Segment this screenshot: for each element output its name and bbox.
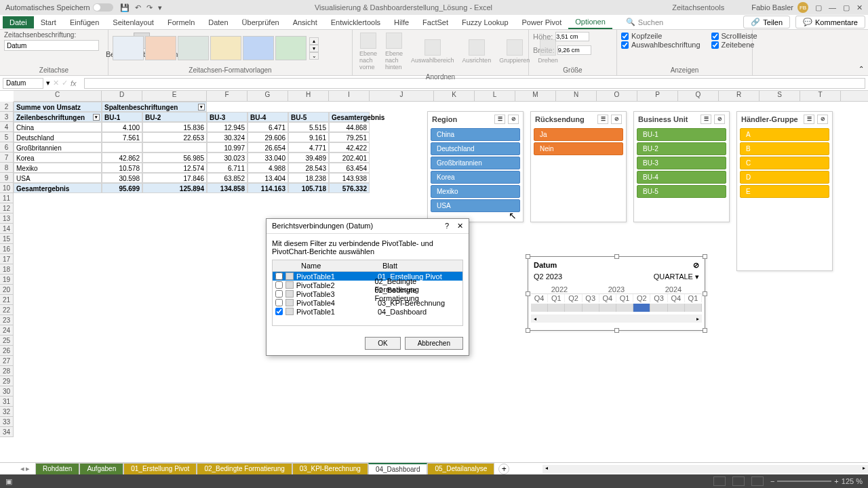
timeline-quarter[interactable]: Q4 [599,294,616,302]
pivot-connections-list[interactable]: NameBlatt PivotTable101_Erstellung Pivot… [272,260,463,326]
pivot-cell[interactable]: 29.606 [248,132,288,142]
pivot-cell[interactable]: 6.471 [248,122,288,132]
row-header[interactable]: 4 [0,122,14,132]
worksheet-grid[interactable]: CDEFGHIJKLMNOPQRST 234567891011121314151… [0,91,868,445]
row-checkbox[interactable] [275,272,283,280]
row-header[interactable]: 32 [0,407,14,417]
pivot-cell[interactable]: BU-4 [248,112,288,122]
header-checkbox[interactable] [621,33,629,40]
pivot-cell[interactable]: 22.653 [142,132,207,142]
pivot-cell[interactable]: Gesamtergebnis [329,112,370,122]
sheet-tab[interactable]: 05_Detailanalyse [427,463,494,474]
clear-filter-icon[interactable]: ⊘ [508,115,519,124]
pivot-cell[interactable] [142,142,207,152]
slicer-item[interactable]: Nein [534,142,623,155]
pagebreak-view-icon[interactable] [751,476,764,486]
pivot-cell[interactable]: Zeilenbeschriftungen▾ [14,112,102,122]
tab-daten[interactable]: Daten [201,16,235,28]
pivot-cell[interactable]: 9.161 [288,132,329,142]
row-header[interactable]: 2 [0,102,14,112]
row-header[interactable]: 16 [0,244,14,254]
row-header[interactable]: 34 [0,427,14,437]
page-layout-view-icon[interactable] [732,476,745,486]
filter-dropdown-icon[interactable]: ▾ [93,114,100,121]
autosave-toggle[interactable]: Automatisches Speichern [5,3,113,12]
pivot-cell[interactable]: BU-3 [207,112,248,122]
resize-handle[interactable] [526,291,530,296]
pivot-cell[interactable]: 5.515 [288,122,329,132]
pivot-connection-row[interactable]: PivotTable302_Bedingte Formatierung [273,289,462,298]
pivot-cell[interactable]: BU-2 [142,112,207,122]
name-dropdown-icon[interactable]: ▾ [46,79,50,87]
tab-überprüfen[interactable]: Überprüfen [235,16,286,28]
slicer-item[interactable]: Ja [534,128,623,141]
column-header[interactable]: D [102,91,142,101]
slicer-item[interactable]: A [740,128,829,141]
timeline-quarter[interactable]: Q4 [531,294,548,302]
undo-icon[interactable]: ↶ [135,3,141,12]
pivot-cell[interactable]: 4.771 [288,142,329,152]
filter-dropdown-icon[interactable]: ▾ [198,104,205,110]
row-checkbox[interactable] [275,281,283,289]
slicer-item[interactable]: BU-1 [637,128,726,141]
pivot-cell[interactable]: 7.561 [102,132,142,142]
slicer-item[interactable]: Korea [431,171,520,184]
column-header[interactable]: L [475,91,515,101]
slicer-item[interactable]: D [740,171,829,184]
style-item[interactable] [243,36,274,60]
timeline-quarter[interactable]: Q1 [548,294,565,302]
row-header[interactable]: 14 [0,224,14,234]
row-header[interactable]: 31 [0,396,14,407]
tab-power pivot[interactable]: Power Pivot [515,16,569,28]
column-header[interactable]: M [515,91,556,101]
timeline-segment[interactable] [599,304,616,312]
row-header[interactable]: 18 [0,264,14,274]
slicer-item[interactable]: BU-4 [637,171,726,184]
timeline-quarter[interactable]: Q3 [650,294,667,302]
normal-view-icon[interactable] [713,476,726,486]
timeline-quarter[interactable]: Q2 [565,294,582,302]
ribbon-options-icon[interactable]: ▢ [815,3,822,12]
zoom-in-icon[interactable]: + [834,477,838,485]
pivot-cell[interactable]: 95.699 [102,183,142,193]
pivot-cell[interactable]: 13.404 [248,173,288,183]
timeline-segment[interactable] [685,304,702,312]
pivot-cell[interactable]: Deutschland [14,132,102,142]
multiselect-icon[interactable]: ☰ [701,115,711,124]
height-input[interactable] [555,32,589,41]
timeline-quarter[interactable]: Q3 [583,294,599,302]
multiselect-icon[interactable]: ☰ [597,115,608,124]
sheet-tab[interactable]: 03_KPI-Berechnung [292,463,368,474]
column-header[interactable]: G [248,91,288,101]
row-header[interactable]: 17 [0,254,14,264]
style-item[interactable] [275,36,307,60]
pivot-cell[interactable]: 114.163 [248,183,288,193]
timeline-segment[interactable] [650,304,667,312]
column-header[interactable]: T [800,91,841,101]
column-header[interactable]: O [597,91,637,101]
timeline-quarter[interactable]: Q1 [685,294,702,302]
pivot-cell[interactable]: Großbritannien [14,142,102,152]
row-header[interactable]: 7 [0,152,14,163]
pivot-cell[interactable]: 105.718 [288,183,329,193]
search-box[interactable]: 🔍 Suchen [626,18,663,26]
pivot-cell[interactable]: 576.332 [329,183,370,193]
row-header[interactable]: 5 [0,132,14,142]
pivot-cell[interactable]: Mexiko [14,163,102,173]
pivot-cell[interactable]: BU-1 [102,112,142,122]
timeline-segment[interactable] [531,304,548,312]
column-header[interactable]: S [760,91,800,101]
pivot-cell[interactable]: 18.238 [288,173,329,183]
tab-seitenlayout[interactable]: Seitenlayout [106,16,161,28]
multiselect-icon[interactable]: ☰ [494,115,505,124]
style-item[interactable] [178,36,209,60]
collapse-ribbon-icon[interactable]: ⌃ [859,65,864,73]
pivot-cell[interactable]: 12.574 [142,163,207,173]
horizontal-scrollbar[interactable]: ◂▸ [542,465,868,473]
minimize-icon[interactable]: — [829,3,836,12]
resize-handle[interactable] [614,254,619,259]
slicer-item[interactable]: Mexiko [431,185,520,198]
pivot-cell[interactable]: 30.023 [207,152,248,163]
row-header[interactable]: 28 [0,366,14,376]
tab-optionen[interactable]: Optionen [568,16,612,29]
